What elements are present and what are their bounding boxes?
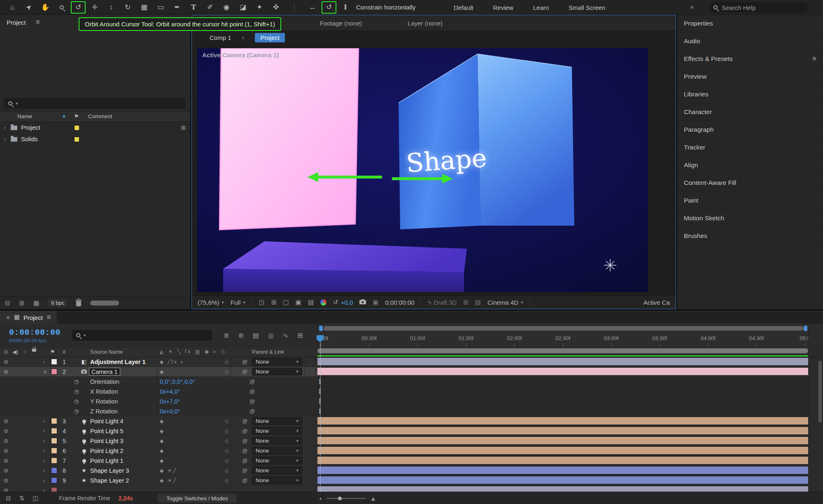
threed-switch-icon[interactable]: ◇ [225,367,228,377]
zoom-slider[interactable] [326,498,366,499]
zoom-out-icon[interactable]: ▲ [319,496,322,500]
trash-icon[interactable] [76,301,81,306]
property-value[interactable]: 0x+0,0° [160,406,180,416]
parent-pickwhip-icon[interactable]: @ [242,456,247,466]
composition-mini-flowchart-icon[interactable]: ≣ [224,331,229,339]
layer-name[interactable]: Shape Layer 2 [90,476,129,485]
panel-tab-libraries[interactable]: Libraries [677,86,823,103]
interpret-footage-icon[interactable]: ⊟ [5,299,10,307]
show-snapshot-icon[interactable]: ▣ [373,299,378,306]
parent-select[interactable]: None▾ [252,447,302,455]
layer-track[interactable] [317,416,808,426]
layer-row[interactable]: ⊙›4Point Light 5◆◇@None▾ [0,426,823,436]
parent-link-column-header[interactable]: Parent & Link [252,349,284,355]
parent-select[interactable]: None▾ [252,467,302,474]
stopwatch-icon[interactable]: ◷ [74,377,79,387]
clone-stamp-tool[interactable]: ◉ [219,1,234,14]
layer-duration-bar[interactable] [317,457,808,464]
video-eye-toggle[interactable]: ⊙ [4,476,8,485]
puppet-pin-tool[interactable]: ✜ [268,1,283,14]
hand-tool[interactable]: ✋ [38,1,53,14]
color-depth-button[interactable]: 8 bpc [48,299,67,307]
sort-ascending-icon[interactable]: ▲ [62,113,66,118]
pen-tool[interactable]: ✒ [170,1,184,14]
video-eye-toggle[interactable]: ⊙ [4,436,8,446]
threed-switch-icon[interactable]: ◇ [225,446,228,456]
zoom-in-icon[interactable]: ▲ [370,495,376,502]
dolly-towards-cursor-tool[interactable]: ↕ [104,1,119,14]
camera-region-tool[interactable]: ▦ [137,1,152,14]
cube-right-face[interactable] [478,54,574,226]
video-eye-toggle[interactable]: ⊙ [4,367,8,377]
tab-footage[interactable]: Footage (none) [320,15,362,31]
ground-plane-icon[interactable]: ▤ [475,299,481,306]
name-column-header[interactable]: Name [17,113,32,119]
panel-tab-preview[interactable]: Preview [677,68,823,86]
parent-select[interactable]: None▾ [252,417,302,425]
renderer-select[interactable]: Cinema 4D ▾ [487,299,523,306]
layer-name[interactable]: Point Light 2 [90,446,124,456]
threed-switch-icon[interactable]: ◇ [225,476,228,485]
layer-name[interactable]: Point Light 4 [90,416,124,426]
layer-row[interactable]: ⊙∨2Camera 1◆◇@None▾ [0,367,823,377]
pink-card-layer[interactable] [219,48,359,230]
fast-previews-control[interactable]: ϟ Draft 3D [428,299,457,306]
label-chip[interactable] [74,125,79,131]
current-time-display[interactable]: 0:00:00:00 00000 (60.00 fps) [9,328,61,343]
shape-text-layer[interactable]: Shape [405,142,487,178]
vertical-scrollbar-thumb[interactable] [818,361,822,422]
magnification-select[interactable]: (75,6%) ▾ [198,299,224,306]
layer-duration-bar[interactable] [317,486,808,492]
video-eye-toggle[interactable]: ⊙ [4,446,8,456]
layer-row[interactable]: ⊙›5Point Light 3◆◇@None▾ [0,436,823,446]
layer-row[interactable]: ⊙›6Point Light 2◆◇@None▾ [0,446,823,456]
layer-row[interactable]: ⊙›1◧Adjustment Layer 1◆ ╱fx ◐◇@None▾ [0,357,823,367]
expand-toggle[interactable]: › [43,357,45,367]
expand-toggle[interactable]: › [43,456,45,466]
new-folder-icon[interactable]: ⊞ [19,299,25,307]
workspace-overflow-icon[interactable]: » [690,3,694,11]
lock-column-icon[interactable] [32,349,36,352]
draft-options-icon[interactable]: ⊞ [463,299,469,306]
expand-toggle[interactable]: › [43,485,45,492]
layer-switches[interactable]: ◆ [160,416,165,426]
workspace-tab-default[interactable]: Default [454,4,473,11]
panel-tab-effects-presets[interactable]: Effects & Presets≡ [677,50,823,68]
hide-shy-layers-icon[interactable]: ▤ [253,331,259,339]
layer-switches-pane-icon[interactable]: ⊟ [6,495,11,502]
stopwatch-icon[interactable]: ◷ [74,387,79,397]
scrollbar-thumb[interactable] [90,301,119,306]
transfer-controls-pane-icon[interactable]: ⇅ [19,495,25,502]
expand-toggle[interactable]: › [43,476,45,485]
parent-pickwhip-icon[interactable]: @ [242,357,247,367]
layer-track[interactable] [317,466,808,476]
layer-name[interactable]: Point Light 5 [90,426,124,436]
layer-track[interactable] [317,357,808,367]
layer-name[interactable]: Camera 1 [89,368,120,376]
grid-guides-icon[interactable]: ◳ [259,299,265,306]
label-chip[interactable] [51,467,57,474]
panel-tab-character[interactable]: Character [677,103,823,121]
project-item-row[interactable]: ›Solids [0,133,190,145]
label-column-icon[interactable]: ⚑ [74,113,79,119]
project-item-row[interactable]: ›Project⊞ [0,122,190,133]
item-name[interactable]: Solids [21,133,38,145]
layer-name[interactable]: Point Light 1 [90,456,124,466]
eraser-tool[interactable]: ◪ [235,1,250,14]
panel-tab-properties[interactable]: Properties [677,15,823,33]
workspace-tab-review[interactable]: Review [493,4,513,11]
toggle-switches-modes-button[interactable]: Toggle Switches / Modes [158,494,237,503]
brush-tool[interactable]: ✐ [203,1,217,14]
help-search-input[interactable]: Search Help [709,2,808,13]
stopwatch-icon[interactable]: ◷ [74,397,79,406]
video-eye-toggle[interactable]: ⊙ [4,357,8,367]
layer-duration-bar[interactable] [317,358,808,365]
expand-toggle[interactable]: › [43,436,45,446]
layer-row[interactable]: ⊙›8★Shape Layer 3◆ ☀╱◇@None▾ [0,466,823,476]
expand-chevron-icon[interactable]: › [4,122,6,133]
constrain-horizontal-tool[interactable]: ↔ [305,1,320,14]
expand-toggle[interactable]: › [43,466,45,476]
layer-name[interactable]: Point Light 3 [90,436,124,446]
layer-row[interactable]: ⊙›3Point Light 4◆◇@None▾ [0,416,823,426]
time-ruler[interactable]: 00f00:30f01:00f01:30f02:00f02:30f03:00f0… [318,333,808,347]
